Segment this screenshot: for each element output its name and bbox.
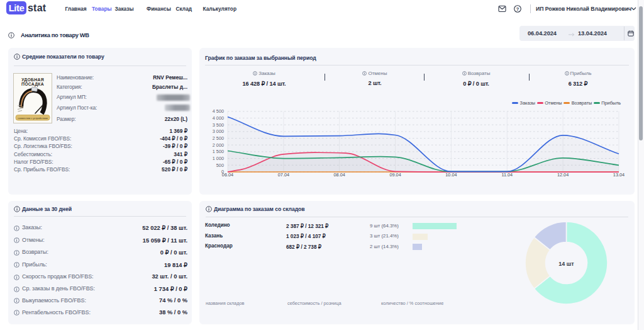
svg-text:4 500: 4 500	[213, 108, 224, 114]
svg-text:13.04: 13.04	[613, 172, 625, 178]
svg-text:?: ?	[516, 6, 519, 12]
svg-text:2 500: 2 500	[213, 135, 224, 141]
svg-text:совместим с устройством: совместим с устройством	[18, 117, 48, 120]
svg-text:12.04: 12.04	[557, 172, 569, 178]
svg-text:1 000: 1 000	[213, 156, 224, 161]
svg-text:500: 500	[216, 162, 224, 168]
svg-text:1 500: 1 500	[213, 149, 224, 154]
svg-text:09.04: 09.04	[389, 172, 401, 178]
svg-text:14 шт: 14 шт	[558, 261, 574, 267]
svg-text:ПОСАДКА: ПОСАДКА	[21, 82, 44, 87]
svg-text:2 000: 2 000	[213, 142, 224, 148]
svg-text:11.04: 11.04	[501, 172, 513, 178]
svg-text:4 000: 4 000	[213, 115, 224, 121]
svg-text:06.04: 06.04	[222, 172, 233, 178]
svg-text:3 500: 3 500	[213, 122, 224, 128]
svg-text:3 000: 3 000	[213, 128, 224, 134]
svg-text:10.04: 10.04	[445, 172, 457, 178]
svg-text:07.04: 07.04	[278, 172, 289, 178]
svg-text:08.04: 08.04	[334, 172, 345, 178]
